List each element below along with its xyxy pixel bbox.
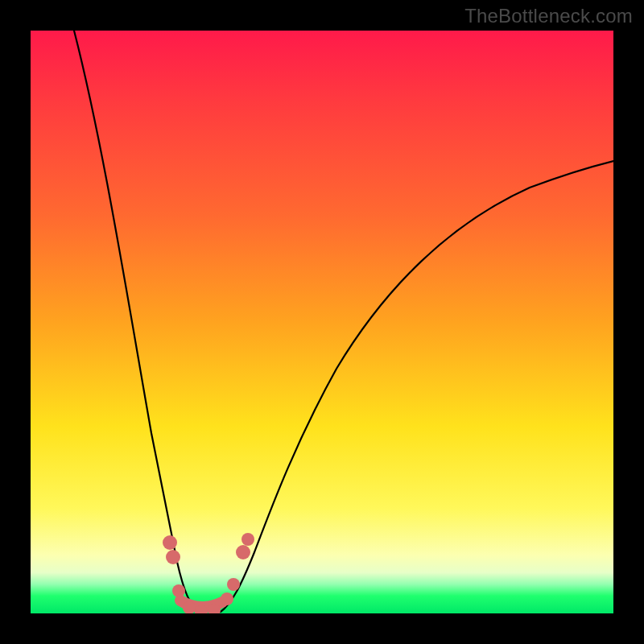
marker-dot bbox=[242, 533, 254, 546]
curve-right-branch bbox=[221, 161, 613, 612]
marker-dot bbox=[172, 584, 185, 597]
marker-dot bbox=[227, 578, 240, 591]
marker-dot bbox=[221, 592, 233, 605]
marker-dot bbox=[236, 545, 250, 559]
curve-left-branch bbox=[74, 31, 200, 612]
chart-plot-area bbox=[31, 31, 613, 613]
bottleneck-curve-svg bbox=[31, 31, 613, 613]
marker-dot bbox=[163, 535, 177, 550]
watermark-text: TheBottleneck.com bbox=[464, 5, 633, 27]
marker-dot bbox=[166, 550, 180, 564]
